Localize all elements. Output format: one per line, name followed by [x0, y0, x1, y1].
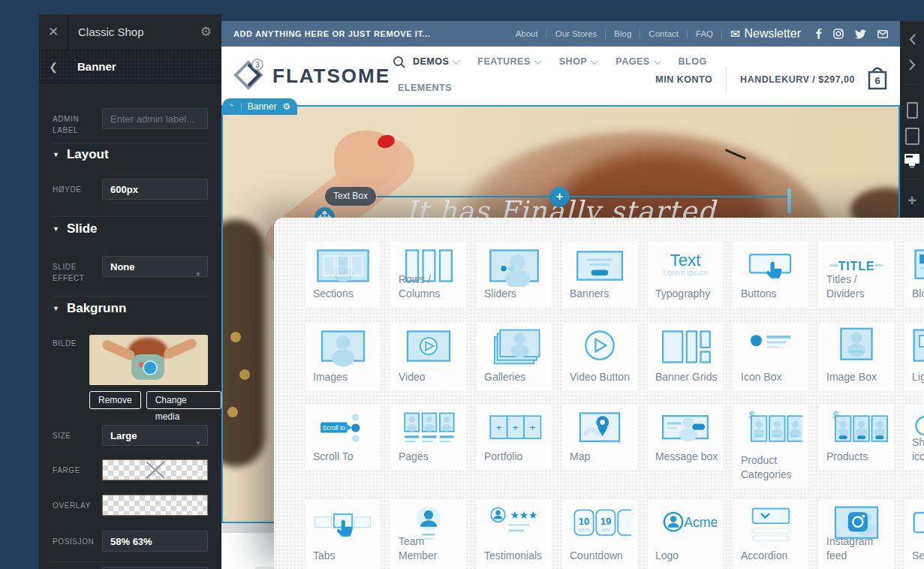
element-card-icon-box[interactable]: Icon Box [733, 323, 808, 390]
topbar-link-faq[interactable]: FAQ [688, 29, 721, 38]
section-layout[interactable]: ▼ Layout [53, 147, 109, 162]
element-card-countdown[interactable]: 10DAYS19MINCountdown [562, 500, 637, 569]
element-card-pages[interactable]: Pages [391, 405, 466, 470]
twitter-icon[interactable] [855, 29, 866, 39]
chevron-left-icon[interactable] [900, 34, 924, 45]
element-card-image-box[interactable]: Image Box [819, 323, 894, 390]
cart-bag-icon[interactable]: 6 [865, 65, 889, 95]
element-card-images[interactable]: Images [305, 323, 381, 390]
element-card-label: Tabs [313, 549, 378, 564]
element-card-video[interactable]: Video [391, 323, 466, 390]
change-media-button[interactable]: Change media [146, 391, 221, 409]
menu-item-demos[interactable]: DEMOS [413, 56, 458, 67]
element-card-label: Map [570, 450, 634, 465]
topbar-link-blog[interactable]: Blog [606, 29, 640, 38]
svg-text:★: ★ [519, 509, 529, 521]
element-card-share[interactable]: Sha ico [904, 405, 924, 470]
position-input[interactable]: 58% 63% [102, 531, 208, 552]
element-card-instagram-feed[interactable]: Instagram feed [819, 500, 894, 569]
add-icon[interactable]: + [900, 192, 924, 209]
desktop-view-icon[interactable] [900, 154, 924, 164]
topbar-links: AboutOur StoresBlogContactFAQ [507, 29, 722, 38]
element-card-logo[interactable]: AcmeLogo [648, 500, 723, 569]
chevron-right-icon[interactable] [900, 59, 924, 71]
gear-icon[interactable]: ⚙ [200, 24, 221, 40]
section-background[interactable]: ▼ Bakgrunn [53, 301, 126, 316]
facebook-icon[interactable] [815, 29, 822, 39]
element-card-lightbox[interactable]: Lig [904, 323, 924, 390]
blog-icon [904, 245, 924, 287]
element-card-label: Pages [399, 450, 463, 465]
menu-item-elements[interactable]: ELEMENTS [398, 83, 452, 93]
element-card-sliders[interactable]: Sliders [477, 242, 552, 307]
email-icon[interactable] [877, 30, 888, 38]
svg-text:★: ★ [510, 509, 519, 521]
section-slide[interactable]: ▼ Slide [53, 221, 98, 236]
color-swatch-transparent[interactable] [102, 459, 208, 480]
height-input[interactable]: 600px [102, 179, 208, 200]
element-card-video-button[interactable]: Video Button [562, 323, 637, 390]
size-select[interactable]: Large ▼ [102, 425, 208, 446]
instagram-icon[interactable] [833, 29, 844, 39]
search-icon[interactable] [393, 56, 406, 69]
element-card-label: Video [399, 370, 463, 385]
account-link[interactable]: MIN KONTO [655, 74, 712, 85]
background-image-thumbnail[interactable] [89, 335, 208, 385]
newsletter-link[interactable]: ✉ Newsletter [722, 27, 809, 41]
overlay-swatch-transparent[interactable] [102, 495, 208, 516]
element-card-banners[interactable]: Banners [562, 242, 637, 307]
admin-label-input[interactable]: Enter admin label... [102, 108, 208, 129]
back-chevron-icon[interactable]: ❮ [39, 61, 68, 73]
tablet-view-icon[interactable] [900, 128, 924, 145]
element-card-team-member[interactable]: Team Member [391, 500, 466, 569]
element-card-titles-dividers[interactable]: TITLETitles / Dividers [819, 242, 894, 307]
element-card-products[interactable]: $Products [819, 405, 894, 470]
resize-handle[interactable] [787, 188, 791, 213]
menu-item-shop[interactable]: SHOP [559, 56, 596, 67]
element-card-product-categories[interactable]: $Product Categories [733, 405, 808, 488]
close-icon[interactable]: ✕ [39, 14, 68, 50]
element-card-message-box[interactable]: Message box [648, 405, 723, 470]
banners-icon [562, 245, 637, 287]
element-card-label: Message box [655, 450, 720, 465]
focal-point-marker[interactable] [143, 360, 158, 375]
mobile-view-icon[interactable] [900, 102, 924, 119]
gear-icon[interactable]: ⚙ [282, 101, 297, 112]
menu-item-features[interactable]: FEATURES [477, 56, 539, 67]
element-card-sections[interactable]: Sections [305, 242, 381, 307]
menu-item-pages[interactable]: PAGES [615, 56, 658, 67]
element-card-portfolio[interactable]: +++Portfolio [477, 405, 552, 470]
element-card-buttons[interactable]: Buttons [733, 242, 808, 307]
element-card-blog[interactable]: Blo [904, 242, 924, 307]
element-card-accordion[interactable]: Accordion [733, 500, 808, 569]
topbar-link-our-stores[interactable]: Our Stores [547, 29, 606, 38]
element-card-testimonials[interactable]: ★★★Testimonials [477, 500, 552, 569]
element-card-map[interactable]: Map [562, 405, 637, 470]
textbox-element-label[interactable]: Text Box [325, 187, 376, 206]
lightbox-icon [904, 326, 924, 368]
element-card-rows-columns[interactable]: Rows / Columns [391, 242, 466, 307]
element-card-tabs[interactable]: Tabs [305, 500, 381, 569]
element-card-scroll-to[interactable]: Scroll toScroll To [305, 405, 381, 470]
countdown-icon: 10DAYS19MIN [562, 503, 637, 545]
remove-button[interactable]: Remove [89, 391, 141, 409]
site-logo[interactable]: 3 FLATSOME [232, 59, 390, 93]
banner-section-tag[interactable]: ⌃ Banner ⚙ [222, 98, 297, 115]
galleries-icon [477, 326, 552, 368]
element-card-label: Sliders [484, 287, 549, 302]
element-card-galleries[interactable]: Galleries [477, 323, 552, 390]
search-icon [904, 503, 924, 545]
add-element-icon[interactable]: + [549, 187, 570, 207]
collapse-chevron-icon[interactable]: ⌃ [222, 103, 242, 111]
topbar-link-contact[interactable]: Contact [640, 29, 687, 38]
testimonials-icon: ★★★ [477, 503, 552, 545]
slide-effect-select[interactable]: None ▼ [102, 256, 208, 277]
element-card-typography[interactable]: TextLorem ipsumTypography [648, 242, 723, 307]
topbar-message[interactable]: ADD ANYTHING HERE OR JUST REMOVE IT... [221, 29, 507, 38]
element-card-search[interactable]: Sea [904, 500, 924, 569]
element-card-banner-grids[interactable]: Banner Grids [648, 323, 723, 390]
svg-text:Lorem ipsum: Lorem ipsum [663, 269, 707, 277]
topbar-link-about[interactable]: About [507, 29, 546, 38]
svg-text:19: 19 [600, 516, 612, 527]
cart-link[interactable]: HANDLEKURV / $297,00 [740, 74, 855, 85]
